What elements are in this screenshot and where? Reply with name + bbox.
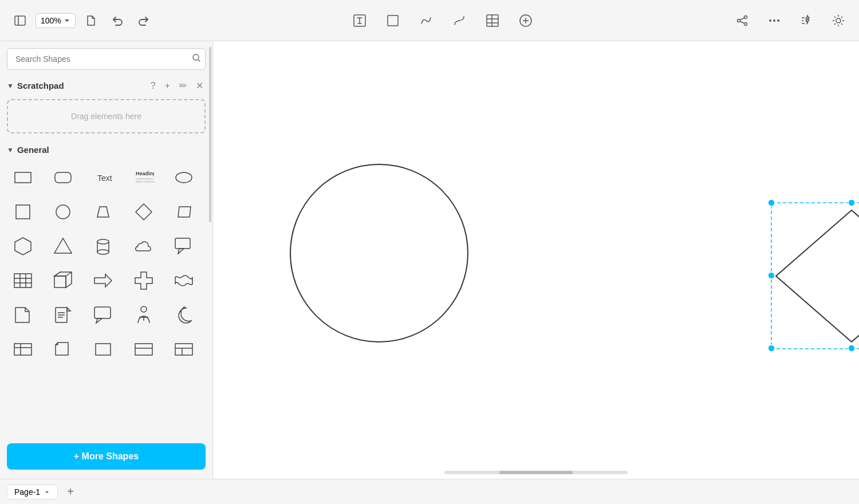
shape-ellipse[interactable] [168,162,200,194]
svg-rect-80 [175,344,192,355]
svg-marker-53 [178,249,184,254]
shape-circle[interactable] [47,196,79,228]
scratchpad-help-button[interactable]: ? [148,80,158,92]
svg-point-32 [193,54,199,60]
shape-square[interactable] [7,196,39,228]
svg-marker-43 [97,207,109,217]
undo-button[interactable] [107,11,128,30]
svg-rect-74 [14,344,31,355]
svg-point-48 [97,239,109,244]
page-tab-1[interactable]: Page-1 [7,485,58,499]
add-page-button[interactable]: + [62,484,78,499]
svg-line-62 [66,272,72,276]
connector-tool-button[interactable] [447,10,471,32]
shape-rounded-rectangle[interactable] [47,162,79,194]
shape-parallelogram[interactable] [168,196,200,228]
shape-callout-speech[interactable] [168,230,200,262]
svg-rect-54 [14,274,31,288]
svg-text:Heading: Heading [136,171,154,176]
svg-rect-35 [55,172,71,183]
new-document-button[interactable] [80,11,102,30]
shape-table[interactable] [7,265,39,297]
zoom-value: 100% [41,16,61,25]
shape-crescent[interactable] [168,299,200,331]
more-options-button[interactable] [763,10,786,31]
shape-cross[interactable] [128,265,160,297]
sidebar-scrollbar[interactable] [209,41,211,479]
handle-bc[interactable] [848,345,855,352]
shape-note[interactable] [47,299,79,331]
canvas-scrollbar-track [444,471,628,474]
toolbar-center [159,10,726,32]
shape-cylinder[interactable] [87,230,119,262]
shape-partial-5[interactable] [168,333,200,365]
svg-line-14 [740,18,744,19]
svg-rect-34 [15,172,31,183]
shape-isosceles-trapezoid[interactable] [87,196,119,228]
svg-point-17 [769,19,771,22]
svg-point-42 [56,205,70,219]
more-shapes-label: + More Shapes [74,451,139,462]
shape-document[interactable] [7,299,39,331]
shape-partial-3[interactable] [87,333,119,365]
shape-partial-4[interactable] [128,333,160,365]
zoom-selector[interactable]: 100% [36,13,76,28]
shape-diamond[interactable] [128,196,160,228]
scratchpad-actions: ? + ✏ ✕ [148,79,206,92]
shape-rectangle[interactable] [7,162,39,194]
scratchpad-edit-button[interactable]: ✏ [177,79,189,92]
shape-tool-button[interactable] [381,10,405,32]
shape-wave-banner[interactable] [168,265,200,297]
svg-rect-52 [175,238,190,249]
toggle-sidebar-button[interactable] [9,11,31,30]
shape-triangle[interactable] [47,230,79,262]
freehand-tool-button[interactable] [414,10,438,32]
shape-partial-2[interactable] [47,333,79,365]
shape-3d-box[interactable] [47,265,79,297]
redo-button[interactable] [133,11,155,30]
svg-marker-63 [94,274,112,287]
general-section-header: ▼ General [7,145,206,155]
sidebar-inner: ▼ Scratchpad ? + ✏ ✕ Drag elements here … [0,41,212,479]
shape-hexagon[interactable] [7,230,39,262]
text-tool-button[interactable] [348,10,372,32]
plugin-button[interactable] [795,10,818,31]
canvas-area[interactable]: ↻ [213,41,859,479]
handle-tl[interactable] [768,199,775,206]
shape-heading-text[interactable]: Heading Lorem ipsum dolor sit amet conse… [128,162,160,194]
scratchpad-section-header: ▼ Scratchpad ? + ✏ ✕ [7,79,206,92]
canvas-scrollbar-thumb[interactable] [499,471,573,474]
handle-ml[interactable] [768,272,775,279]
shape-speech-bubble[interactable] [87,299,119,331]
general-chevron-icon[interactable]: ▼ [7,146,14,154]
svg-point-23 [836,18,841,23]
svg-rect-83 [213,41,859,479]
shape-partial-1[interactable] [7,333,39,365]
handle-tc[interactable] [848,199,855,206]
svg-rect-3 [388,15,398,26]
shape-person[interactable] [128,299,160,331]
share-button[interactable] [731,10,754,31]
scratchpad-close-button[interactable]: ✕ [194,79,206,92]
scratchpad-chevron-icon[interactable]: ▼ [7,82,14,90]
search-icon-button[interactable] [192,53,201,65]
shape-text[interactable]: Text [87,162,119,194]
search-input[interactable] [7,48,206,70]
more-shapes-button[interactable]: + More Shapes [7,443,206,470]
sidebar-scroll-thumb[interactable] [209,47,211,222]
scratchpad-add-button[interactable]: + [163,80,172,92]
insert-tool-button[interactable] [514,10,538,32]
svg-rect-69 [94,307,111,318]
svg-marker-44 [136,204,152,220]
handle-bl[interactable] [768,345,775,352]
svg-line-33 [198,60,200,62]
svg-rect-41 [16,205,30,219]
table-tool-button[interactable] [480,10,505,32]
shape-arrow-right[interactable] [87,265,119,297]
theme-button[interactable] [827,10,850,31]
svg-point-19 [777,19,779,22]
svg-rect-0 [15,16,25,25]
svg-line-30 [834,23,836,24]
shape-cloud[interactable] [128,230,160,262]
sidebar: ▼ Scratchpad ? + ✏ ✕ Drag elements here … [0,41,213,479]
